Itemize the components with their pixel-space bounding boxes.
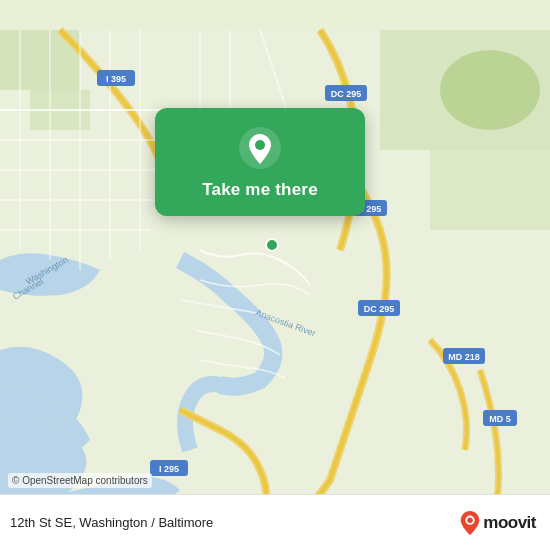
svg-rect-4 bbox=[430, 150, 550, 230]
svg-point-5 bbox=[440, 50, 540, 130]
svg-text:MD 5: MD 5 bbox=[489, 414, 511, 424]
location-address: 12th St SE, Washington / Baltimore bbox=[10, 515, 213, 530]
map-svg: I 395 DC 295 DC 295 DC 295 I 295 MD 218 … bbox=[0, 0, 550, 550]
svg-point-38 bbox=[255, 140, 265, 150]
svg-text:I 295: I 295 bbox=[159, 464, 179, 474]
moovit-brand-text: moovit bbox=[483, 513, 536, 533]
svg-point-36 bbox=[266, 239, 278, 251]
location-pin-icon bbox=[238, 126, 282, 170]
svg-text:DC 295: DC 295 bbox=[364, 304, 395, 314]
map-container: I 395 DC 295 DC 295 DC 295 I 295 MD 218 … bbox=[0, 0, 550, 550]
svg-text:MD 218: MD 218 bbox=[448, 352, 480, 362]
svg-point-40 bbox=[467, 517, 473, 523]
osm-attribution: © OpenStreetMap contributors bbox=[8, 473, 152, 488]
svg-text:I 395: I 395 bbox=[106, 74, 126, 84]
moovit-pin-icon bbox=[459, 510, 481, 536]
bottom-bar: 12th St SE, Washington / Baltimore moovi… bbox=[0, 494, 550, 550]
moovit-logo: moovit bbox=[459, 510, 536, 536]
take-me-there-button[interactable]: Take me there bbox=[202, 180, 318, 200]
svg-text:DC 295: DC 295 bbox=[331, 89, 362, 99]
popup-card: Take me there bbox=[155, 108, 365, 216]
